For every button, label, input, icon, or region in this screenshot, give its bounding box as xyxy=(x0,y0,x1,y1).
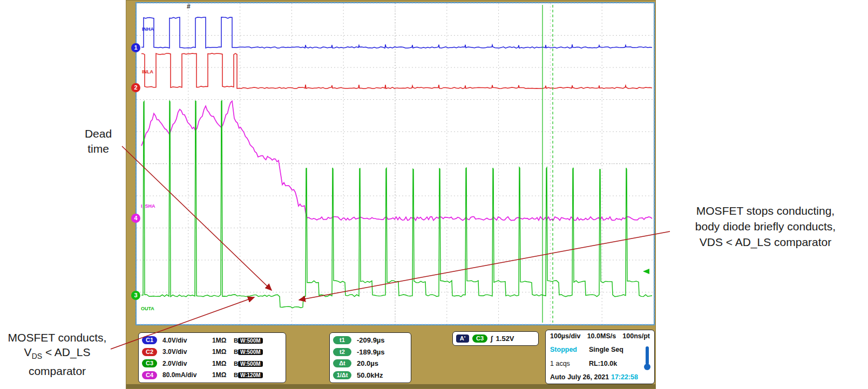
c1-badge[interactable]: C1 xyxy=(142,336,157,344)
acquisition-status: Stopped xyxy=(550,346,589,353)
acquisition-mode: Single Seq xyxy=(589,346,623,353)
figure-page: # INHA INLA I_SHA OUTA 1 2 4 3 C1 4.0V/d… xyxy=(0,0,868,389)
c2-impedance: 1MΩ xyxy=(212,348,234,356)
inv-delta-t-value: 50.0kHz xyxy=(357,371,383,379)
channel-row-c1[interactable]: C1 4.0V/div 1MΩ BW:500M xyxy=(142,336,282,344)
temperature-icon xyxy=(644,346,650,371)
acquisition-date-row: Auto July 26, 2021 17:22:58 xyxy=(550,373,650,381)
c3-bandwidth: BW:500M xyxy=(234,360,263,367)
trace-label-outa: OUTA xyxy=(141,306,154,311)
c1-impedance: 1MΩ xyxy=(212,337,234,344)
c4-impedance: 1MΩ xyxy=(212,371,234,379)
time-label: 17:22:58 xyxy=(611,373,638,381)
trace-label-inha: INHA xyxy=(142,26,154,32)
date-label: July 26, 2021 xyxy=(567,373,609,381)
channel4-marker[interactable]: 4 xyxy=(131,214,140,223)
trigger-a-badge[interactable]: A' xyxy=(456,335,469,343)
c4-bandwidth: BW:120M xyxy=(234,372,263,378)
c3-badge[interactable]: C3 xyxy=(142,359,157,367)
timebase-row: 100µs/div 10.0MS/s 100ns/pt xyxy=(550,332,650,340)
channel-row-c3[interactable]: C3 2.0V/div 1MΩ BW:500M xyxy=(142,359,282,367)
acquisition-status-row: Stopped Single Seq xyxy=(550,346,650,353)
c1-scale: 4.0V/div xyxy=(162,337,212,344)
trigger-source-badge[interactable]: C3 xyxy=(472,335,487,343)
trace-label-i-sha: I_SHA xyxy=(141,203,155,209)
channel1-marker[interactable]: 1 xyxy=(131,43,140,52)
trigger-mode: Auto xyxy=(550,373,565,381)
scope-display xyxy=(135,2,655,325)
channel3-marker[interactable]: 3 xyxy=(131,291,140,300)
t2-badge: t2 xyxy=(333,348,351,356)
c1-bandwidth: BW:500M xyxy=(234,337,263,344)
inv-delta-t-badge: 1/Δt xyxy=(333,371,351,379)
scope-bezel-bottom-strip xyxy=(126,384,655,388)
c4-scale: 80.0mA/div xyxy=(162,371,212,379)
trigger-position-marker: # xyxy=(187,3,191,10)
acquisition-count-row: 1 acqs RL:10.0k xyxy=(550,360,650,367)
c2-bandwidth: BW:500M xyxy=(234,349,263,355)
dead-time-annotation: Dead time xyxy=(71,126,125,156)
c2-scale: 3.0V/div xyxy=(162,348,212,356)
delta-t-badge: Δt xyxy=(333,359,351,367)
channel-readout-box[interactable]: C1 4.0V/div 1MΩ BW:500M C2 3.0V/div 1MΩ … xyxy=(138,332,286,383)
horizontal-readout-box[interactable]: 100µs/div 10.0MS/s 100ns/pt Stopped Sing… xyxy=(545,330,655,384)
c4-badge[interactable]: C4 xyxy=(142,371,157,379)
trigger-level: 1.52V xyxy=(496,335,514,343)
t1-badge: t1 xyxy=(333,336,351,344)
c3-impedance: 1MΩ xyxy=(212,360,234,367)
c3-scale: 2.0V/div xyxy=(162,360,212,367)
trace-label-inla: INLA xyxy=(142,69,153,74)
cursor-row-t1: t1 -209.9µs xyxy=(333,336,408,344)
channel-row-c4[interactable]: C4 80.0mA/div 1MΩ BW:120M xyxy=(142,371,282,379)
cursor-row-delta-t: Δt 20.0µs xyxy=(333,359,408,367)
c2-badge[interactable]: C2 xyxy=(142,348,157,356)
delta-t-value: 20.0µs xyxy=(357,359,378,367)
trigger-readout-box[interactable]: A' C3 ∫ 1.52V xyxy=(452,331,539,346)
record-length: RL:10.0k xyxy=(589,360,617,367)
channel-row-c2[interactable]: C2 3.0V/div 1MΩ BW:500M xyxy=(142,348,282,356)
cursor-row-inv-delta-t: 1/Δt 50.0kHz xyxy=(333,371,408,379)
cursor-readout-box[interactable]: t1 -209.9µs t2 -189.9µs Δt 20.0µs 1/Δt 5… xyxy=(329,332,411,383)
timebase-scale: 100µs/div xyxy=(550,332,581,340)
sample-resolution: 100ns/pt xyxy=(622,332,650,340)
cursor-row-t2: t2 -189.9µs xyxy=(333,348,408,356)
mosfet-conducts-annotation: MOSFET conducts, VDS < AD_LS comparator xyxy=(0,330,114,378)
t2-value: -189.9µs xyxy=(357,348,385,356)
mosfet-stops-annotation: MOSFET stops conducting, body diode brie… xyxy=(663,203,868,250)
trigger-edge-icon: ∫ xyxy=(491,335,493,343)
channel2-marker[interactable]: 2 xyxy=(131,83,140,92)
t1-value: -209.9µs xyxy=(357,336,385,344)
acquisition-count: 1 acqs xyxy=(550,360,589,367)
sample-rate: 10.0MS/s xyxy=(587,332,616,340)
